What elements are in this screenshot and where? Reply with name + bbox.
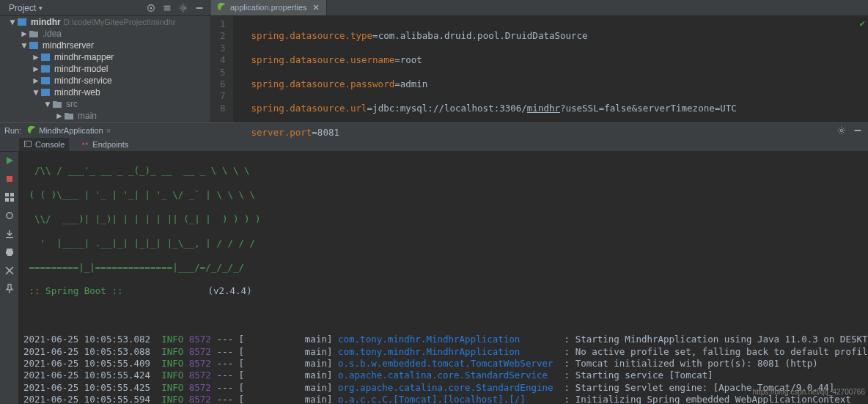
tree-item[interactable]: ▼mindhr-web bbox=[0, 87, 210, 98]
code-editor[interactable]: 12345678 spring.datasource.type=com.alib… bbox=[211, 16, 868, 122]
stop-icon[interactable] bbox=[4, 173, 15, 185]
analysis-ok-icon[interactable]: ✔ bbox=[859, 18, 865, 29]
log-line: 2021-06-25 10:05:55.425 INFO 8572 --- [ … bbox=[23, 382, 868, 394]
svg-rect-22 bbox=[6, 237, 13, 238]
print-icon[interactable] bbox=[4, 246, 15, 258]
tab-label: application.properties bbox=[230, 3, 307, 12]
chevron-icon[interactable]: ► bbox=[32, 64, 40, 74]
dump-icon[interactable] bbox=[4, 228, 15, 240]
project-label-text: Project bbox=[9, 3, 36, 13]
svg-rect-16 bbox=[7, 176, 12, 182]
editor-tabs: application.properties bbox=[211, 0, 868, 16]
log-line: 2021-06-25 10:05:55.424 INFO 8572 --- [ … bbox=[23, 370, 868, 381]
chevron-icon[interactable]: ► bbox=[21, 29, 28, 39]
chevron-icon[interactable]: ▼ bbox=[32, 87, 40, 98]
chevron-icon[interactable]: ► bbox=[32, 52, 40, 62]
svg-point-11 bbox=[840, 129, 843, 132]
project-tree[interactable]: ▼ mindhr D:\code\MyGiteeProject\mindhr ►… bbox=[0, 16, 211, 122]
svg-rect-20 bbox=[10, 198, 14, 202]
chevron-icon[interactable]: ► bbox=[32, 76, 40, 86]
svg-rect-25 bbox=[7, 254, 12, 256]
svg-rect-19 bbox=[5, 198, 9, 202]
close-icon[interactable] bbox=[312, 3, 320, 12]
svg-rect-23 bbox=[7, 249, 12, 251]
close-icon[interactable]: × bbox=[106, 126, 111, 135]
chevron-icon[interactable]: ► bbox=[56, 111, 63, 121]
run-tool-window: Run: MindhrApplication × Console Endpoin… bbox=[0, 122, 868, 404]
editor-gutter: 12345678 bbox=[211, 16, 234, 122]
svg-rect-5 bbox=[18, 18, 26, 26]
hide-icon[interactable] bbox=[852, 125, 864, 136]
chevron-icon[interactable]: ▼ bbox=[21, 40, 28, 51]
folder-icon bbox=[40, 87, 51, 98]
svg-point-2 bbox=[150, 7, 152, 9]
watermark: https://blog.csdn.net/qq_42700766 bbox=[753, 386, 865, 398]
tree-item[interactable]: ►mindhr-service bbox=[0, 75, 210, 87]
svg-rect-10 bbox=[41, 89, 50, 96]
dropdown-icon: ▾ bbox=[39, 4, 43, 12]
svg-rect-8 bbox=[41, 65, 50, 73]
svg-point-21 bbox=[7, 213, 12, 218]
svg-point-14 bbox=[83, 143, 85, 145]
tree-item[interactable]: ►mindhr-mapper bbox=[0, 51, 210, 63]
folder-icon bbox=[63, 110, 75, 122]
module-icon bbox=[16, 16, 28, 28]
project-toolbar: Project ▾ bbox=[0, 0, 211, 16]
svg-point-15 bbox=[86, 143, 88, 145]
tree-item[interactable]: ►.idea bbox=[0, 28, 210, 40]
svg-rect-7 bbox=[41, 54, 50, 61]
tab-console[interactable]: Console bbox=[19, 138, 69, 151]
code-content[interactable]: spring.datasource.type=com.alibaba.druid… bbox=[234, 16, 737, 122]
tree-item[interactable]: ►main bbox=[0, 110, 210, 122]
chevron-down-icon[interactable]: ▼ bbox=[9, 17, 16, 27]
locate-icon[interactable] bbox=[145, 2, 157, 14]
hide-icon[interactable] bbox=[194, 2, 205, 14]
console-icon bbox=[23, 139, 32, 150]
tab-application-properties[interactable]: application.properties bbox=[211, 0, 327, 15]
console-output[interactable]: /\\ / ___'_ __ _ _(_)_ __ __ _ \ \ \ \ (… bbox=[19, 152, 868, 404]
tree-item[interactable]: ▼src bbox=[0, 98, 210, 110]
log-line: 2021-06-25 10:05:55.594 INFO 8572 --- [ … bbox=[23, 394, 868, 404]
run-label: Run: bbox=[4, 126, 21, 135]
folder-icon bbox=[40, 75, 51, 87]
gear-icon[interactable] bbox=[836, 125, 847, 136]
pin-icon[interactable] bbox=[4, 283, 15, 295]
svg-rect-13 bbox=[25, 141, 32, 147]
folder-icon bbox=[40, 63, 51, 75]
chevron-icon[interactable]: ▼ bbox=[44, 99, 51, 109]
leaf-icon bbox=[217, 2, 226, 12]
tree-item[interactable]: ▼mindhrserver bbox=[0, 40, 210, 51]
tab-endpoints[interactable]: Endpoints bbox=[76, 138, 133, 151]
layout-icon[interactable] bbox=[4, 191, 15, 203]
collapse-icon[interactable] bbox=[161, 2, 173, 14]
run-config-name[interactable]: MindhrApplication bbox=[39, 126, 103, 135]
svg-point-3 bbox=[182, 7, 185, 10]
folder-icon bbox=[40, 51, 51, 63]
svg-rect-4 bbox=[196, 7, 203, 9]
gear-icon[interactable] bbox=[177, 2, 189, 14]
rerun-icon[interactable] bbox=[4, 155, 15, 166]
log-line: 2021-06-25 10:05:53.082 INFO 8572 --- [ … bbox=[23, 334, 868, 345]
svg-rect-12 bbox=[855, 130, 861, 131]
tree-item[interactable]: ►mindhr-model bbox=[0, 63, 210, 75]
log-line: 2021-06-25 10:05:55.409 INFO 8572 --- [ … bbox=[23, 358, 868, 370]
delete-icon[interactable] bbox=[4, 265, 15, 276]
run-action-gutter bbox=[0, 152, 19, 404]
svg-rect-9 bbox=[41, 77, 50, 84]
leaf-icon bbox=[27, 125, 36, 136]
folder-icon bbox=[28, 28, 40, 40]
tree-root[interactable]: ▼ mindhr D:\code\MyGiteeProject\mindhr bbox=[0, 16, 210, 28]
folder-icon bbox=[28, 40, 40, 51]
folder-icon bbox=[51, 98, 63, 110]
svg-rect-6 bbox=[29, 42, 38, 49]
attach-icon[interactable] bbox=[4, 210, 15, 221]
svg-rect-17 bbox=[5, 193, 9, 197]
endpoints-icon bbox=[81, 139, 89, 150]
svg-rect-18 bbox=[10, 193, 14, 197]
project-dropdown[interactable]: Project ▾ bbox=[0, 3, 48, 13]
log-line: 2021-06-25 10:05:53.088 INFO 8572 --- [ … bbox=[23, 346, 868, 358]
